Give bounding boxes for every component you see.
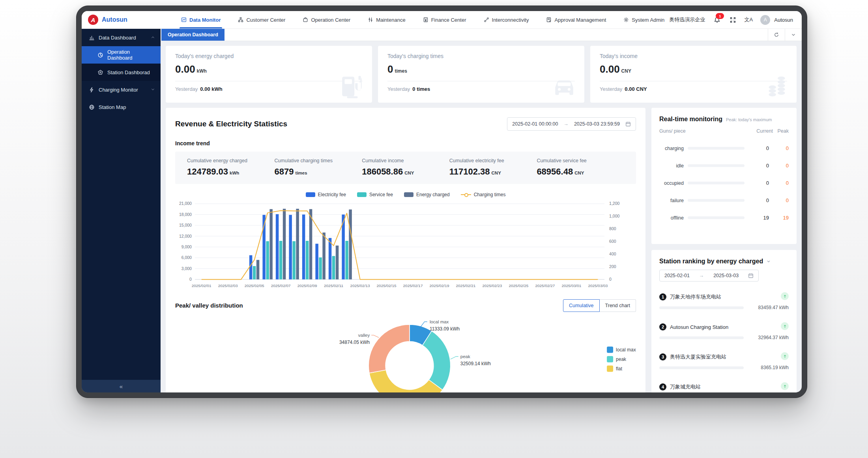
ranking-list: 1万象天地停车场充电站83459.47 kWh2Autosun Charging…	[659, 293, 789, 392]
rank-number-badge: 2	[659, 323, 666, 330]
charger-icon	[339, 74, 365, 99]
nav-interconnectivity[interactable]: Interconnectivity	[484, 11, 529, 28]
brand: A Autosun	[88, 15, 163, 25]
summary-cards: Today's energy charged0.00kWhYesterday0.…	[166, 46, 797, 103]
svg-text:2025/03/03: 2025/03/03	[588, 283, 608, 288]
card-unit: CNY	[621, 68, 631, 74]
svg-text:local max: local max	[616, 347, 636, 353]
legend-energy-charged[interactable]: Energy charged	[404, 192, 450, 197]
ranking-item-4[interactable]: 4万象城充电站	[659, 383, 789, 392]
gun-current-value: 0	[748, 163, 769, 169]
nav-approval-management[interactable]: Approval Management	[546, 11, 606, 28]
svg-text:2025/02/01: 2025/02/01	[192, 283, 211, 288]
ranking-item-3[interactable]: 3奥特迅大厦实验室充电站8365.19 kWh	[659, 353, 789, 370]
gun-current-value: 0	[748, 180, 769, 186]
svg-text:2025/03/01: 2025/03/01	[561, 283, 581, 288]
gun-state-bar	[688, 164, 745, 167]
gun-state-label: failure	[659, 198, 684, 203]
stat-unit: kWh	[230, 171, 239, 175]
sidebar-item-label: Station Map	[99, 104, 126, 110]
income-trend-chart[interactable]: 03,0006,0009,00012,00015,00018,00021,000…	[175, 199, 636, 294]
trend-up-icon	[781, 292, 789, 300]
fullscreen-icon[interactable]	[729, 16, 737, 24]
svg-text:21,000: 21,000	[179, 201, 192, 206]
notification-bell-icon[interactable]: 1	[713, 16, 721, 24]
revenue-date-range-picker[interactable]: 2025-02-01 00:00:00 → 2025-03-03 23:59:5…	[507, 117, 636, 131]
ranking-item-1[interactable]: 1万象天地停车场充电站83459.47 kWh	[659, 293, 789, 310]
legend-electricity-fee[interactable]: Electricity fee	[306, 192, 346, 197]
svg-text:0: 0	[189, 277, 192, 282]
svg-text:2025/02/07: 2025/02/07	[271, 283, 291, 288]
toggle-trend-chart[interactable]: Trend chart	[600, 299, 636, 312]
gun-state-label: offline	[659, 215, 684, 221]
refresh-tab-icon[interactable]	[768, 29, 785, 41]
tab-operation-dashboard[interactable]: Operation Dashboard	[161, 29, 224, 41]
sidebar-item-station-map[interactable]: Station Map	[82, 98, 161, 116]
nav-maintenance[interactable]: Maintenance	[368, 11, 405, 28]
coins-icon	[763, 74, 789, 99]
sidebar-item-data-dashboard[interactable]: Data Dashboard	[82, 29, 161, 46]
income-trend-label: Income trend	[175, 140, 636, 146]
org-name[interactable]: 奥特迅演示企业	[669, 16, 705, 23]
svg-text:15,000: 15,000	[179, 223, 192, 227]
toggle-cumulative[interactable]: Cumulative	[563, 299, 600, 312]
legend-label: Energy charged	[416, 192, 450, 197]
user-name[interactable]: Autosun	[774, 17, 793, 23]
energy-bar	[659, 366, 744, 369]
swatch-icon	[404, 192, 413, 197]
card-yesterday: Yesterday0.00 CNY	[600, 86, 787, 92]
svg-text:1,200: 1,200	[609, 201, 619, 206]
svg-text:32509.14 kWh: 32509.14 kWh	[460, 360, 491, 366]
topbar-right: 奥特迅演示企业 1 文A A Autosun	[669, 15, 793, 25]
gun-state-bar	[688, 182, 745, 184]
gun-current-value: 19	[748, 215, 769, 221]
ranking-date-range-picker[interactable]: 2025-02-01 → 2025-03-03	[659, 270, 759, 282]
nav-system-admin[interactable]: System Admin	[623, 11, 664, 28]
stat-label: Cumulative electricity fee	[449, 158, 537, 163]
svg-text:2025/02/03: 2025/02/03	[218, 283, 238, 288]
monitoring-subtitle: Peak: today's maximum	[726, 117, 772, 122]
gun-peak-value: 0	[773, 163, 789, 169]
sidebar-menu: Data DashboardOperation DashboardStation…	[82, 29, 161, 116]
language-switch-icon[interactable]: 文A	[745, 16, 752, 24]
sidebar-item-station-dashborad[interactable]: Station Dashborad	[82, 64, 161, 81]
monitoring-row-occupied: occupied00	[659, 180, 789, 186]
energy-value: 8365.19 kWh	[748, 365, 789, 370]
gun-current-value: 0	[748, 145, 769, 151]
nav-finance-center[interactable]: Finance Center	[423, 11, 466, 28]
station-name: 奥特迅大厦实验室充电站	[670, 353, 726, 360]
ranking-date-arrow: →	[699, 273, 704, 278]
summary-card-today-s-income: Today's income0.00CNYYesterday0.00 CNY	[590, 46, 797, 103]
svg-text:34874.05 kWh: 34874.05 kWh	[339, 339, 370, 345]
cumulative-stats: Cumulative energy charged124789.03kWhCum…	[175, 152, 636, 184]
stat-value: 6879times	[275, 167, 362, 177]
monitoring-rows: charging00idle00occupied00failure00offli…	[659, 145, 789, 221]
sidebar-item-label: Station Dashborad	[107, 69, 150, 75]
legend-service-fee[interactable]: Service fee	[357, 192, 393, 197]
stat-cumulative-charging-times: Cumulative charging times6879times	[275, 158, 362, 177]
nav-customer-center[interactable]: Customer Center	[238, 11, 285, 28]
nav-data-monitor[interactable]: Data Monitor	[181, 11, 221, 28]
legend-label: Service fee	[369, 192, 393, 197]
calendar-icon	[748, 273, 754, 278]
avatar[interactable]: A	[760, 15, 770, 25]
gun-peak-value: 0	[773, 145, 789, 151]
gun-state-bar	[688, 147, 745, 150]
sidebar-collapse-button[interactable]: «	[82, 380, 161, 392]
energy-value: 83459.47 kWh	[748, 305, 789, 310]
peak-valley-donut-chart[interactable]: local max11333.09 kWhvalley34874.05 kWhp…	[175, 312, 636, 392]
line-marker-icon	[461, 192, 471, 197]
nav-operation-center[interactable]: Operation Center	[303, 11, 350, 28]
gun-peak-value: 0	[773, 180, 789, 186]
sidebar-item-operation-dashboard[interactable]: Operation Dashboard	[82, 46, 161, 64]
svg-text:18,000: 18,000	[179, 212, 192, 217]
ranking-title: Station ranking by energy charged	[659, 258, 763, 265]
ranking-dropdown-chevron-icon[interactable]	[766, 259, 771, 264]
nav-label: Data Monitor	[189, 17, 221, 23]
tab-menu-chevron-icon[interactable]	[785, 29, 802, 41]
ranking-item-2[interactable]: 2Autosun Charging Station32964.37 kWh	[659, 323, 789, 340]
revenue-statistics-panel: Revenue & Electricity Statistics 2025-02…	[166, 108, 645, 392]
date-start: 2025-02-01 00:00:00	[512, 121, 558, 127]
sidebar-item-charging-monitor[interactable]: Charging Monitor	[82, 81, 161, 98]
legend-charging-times[interactable]: Charging times	[461, 192, 506, 197]
